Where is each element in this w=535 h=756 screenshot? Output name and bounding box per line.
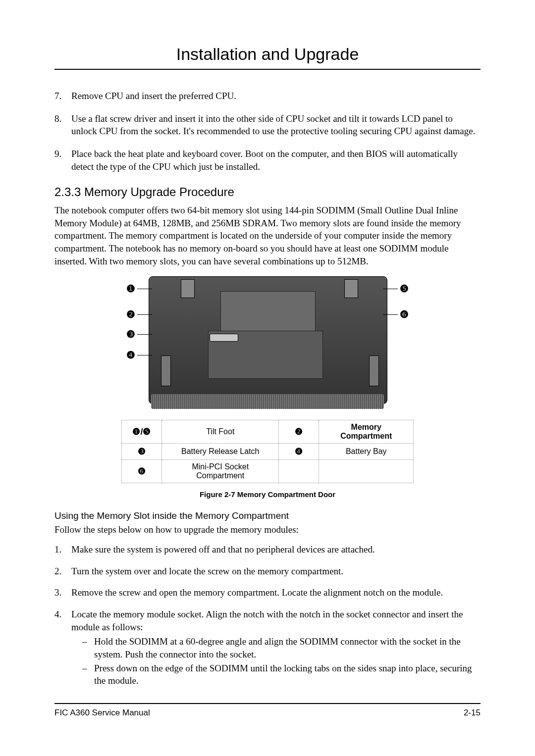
front-edge-strip <box>151 394 384 409</box>
item-text: Remove the screw and open the memory com… <box>71 586 443 599</box>
item-number: 7. <box>54 90 71 102</box>
item-number: 3. <box>54 586 71 599</box>
footer-left: FIC A360 Service Manual <box>54 708 150 718</box>
battery-release-latch <box>210 334 238 342</box>
legend-num: ❶/❺ <box>122 420 162 444</box>
item-number: 4. <box>54 608 71 633</box>
diagram-figure: ❶ ❷ ❸ ❹ ❺ ❻ ❶/❺ Tilt Foot ❷ Memory Compa… <box>121 276 414 483</box>
item-text: Turn the system over and locate the scre… <box>71 565 343 578</box>
side-slot-right <box>369 355 379 386</box>
list-item: 2. Turn the system over and locate the s… <box>54 565 481 578</box>
dash-bullet: – <box>82 635 94 660</box>
list-item: 4. Locate the memory module socket. Alig… <box>54 608 481 688</box>
item-number: 1. <box>54 543 71 556</box>
legend-num: ❻ <box>122 460 162 483</box>
table-row: ❻ Mini-PCI Socket Compartment <box>122 460 414 483</box>
callout-1: ❶ <box>124 282 137 295</box>
laptop-underside-diagram: ❶ ❷ ❸ ❹ ❺ ❻ <box>121 276 414 415</box>
legend-label: Battery Bay <box>319 444 414 460</box>
memory-compartment-cover <box>220 291 316 332</box>
list-item: 1. Make sure the system is powered off a… <box>54 543 481 556</box>
table-row: ❸ Battery Release Latch ❹ Battery Bay <box>122 444 414 460</box>
legend-label <box>319 460 414 483</box>
sub-heading: Using the Memory Slot inside the Memory … <box>54 510 481 521</box>
item-number: 2. <box>54 565 71 578</box>
legend-num: ❸ <box>122 444 162 460</box>
dash-bullet: – <box>82 662 94 687</box>
item-text: Remove CPU and insert the preferred CPU. <box>71 90 236 102</box>
sub-list-item: – Press down on the edge of the SODIMM u… <box>82 662 481 687</box>
sub-list: – Hold the SODIMM at a 60-degree angle a… <box>54 635 481 688</box>
tilt-foot-right <box>344 279 358 298</box>
list-item: 3. Remove the screw and open the memory … <box>54 586 481 599</box>
legend-num <box>279 460 319 483</box>
legend-label: Tilt Foot <box>162 420 279 444</box>
footer-rule <box>54 703 481 704</box>
item-text: Locate the memory module socket. Align t… <box>71 608 481 633</box>
legend-num: ❷ <box>279 420 319 444</box>
continued-ordered-list: 7. Remove CPU and insert the preferred C… <box>54 90 481 173</box>
table-row: ❶/❺ Tilt Foot ❷ Memory Compartment <box>122 420 414 444</box>
legend-label: Mini-PCI Socket Compartment <box>162 460 279 483</box>
list-item: 8. Use a flat screw driver and insert it… <box>54 112 481 138</box>
ordered-list: 1. Make sure the system is powered off a… <box>54 543 481 688</box>
sub-intro: Follow the steps below on how to upgrade… <box>54 523 481 536</box>
item-number: 9. <box>54 148 71 173</box>
list-item: 9. Place back the heat plate and keyboar… <box>54 148 481 173</box>
callout-5: ❺ <box>398 282 411 295</box>
section-heading: 2.3.3 Memory Upgrade Procedure <box>54 185 481 199</box>
callout-4: ❹ <box>124 349 137 361</box>
footer-right: 2-15 <box>464 708 481 718</box>
item-text: Make sure the system is powered off and … <box>71 543 375 556</box>
legend-label: Memory Compartment <box>319 420 414 444</box>
callout-legend-table: ❶/❺ Tilt Foot ❷ Memory Compartment ❸ Bat… <box>121 420 414 483</box>
tilt-foot-left <box>181 279 195 298</box>
list-item: 7. Remove CPU and insert the preferred C… <box>54 90 481 102</box>
item-text: Use a flat screw driver and insert it in… <box>71 112 481 138</box>
callout-3: ❸ <box>124 328 137 341</box>
item-text: Place back the heat plate and keyboard c… <box>71 148 481 173</box>
section-paragraph: The notebook computer offers two 64-bit … <box>54 204 481 267</box>
callout-2: ❷ <box>124 308 137 321</box>
sub-item-text: Hold the SODIMM at a 60-degree angle and… <box>94 635 481 660</box>
header-rule <box>54 69 481 70</box>
sub-list-item: – Hold the SODIMM at a 60-degree angle a… <box>82 635 481 660</box>
legend-num: ❹ <box>279 444 319 460</box>
side-slot-left <box>161 355 171 386</box>
page-footer: FIC A360 Service Manual 2-15 <box>54 708 481 718</box>
sub-item-text: Press down on the edge of the SODIMM unt… <box>94 662 481 687</box>
item-number: 8. <box>54 112 71 138</box>
page-title: Installation and Upgrade <box>54 45 481 64</box>
figure-caption: Figure 2-7 Memory Compartment Door <box>54 490 481 499</box>
legend-label: Battery Release Latch <box>162 444 279 460</box>
callout-6: ❻ <box>398 308 411 321</box>
